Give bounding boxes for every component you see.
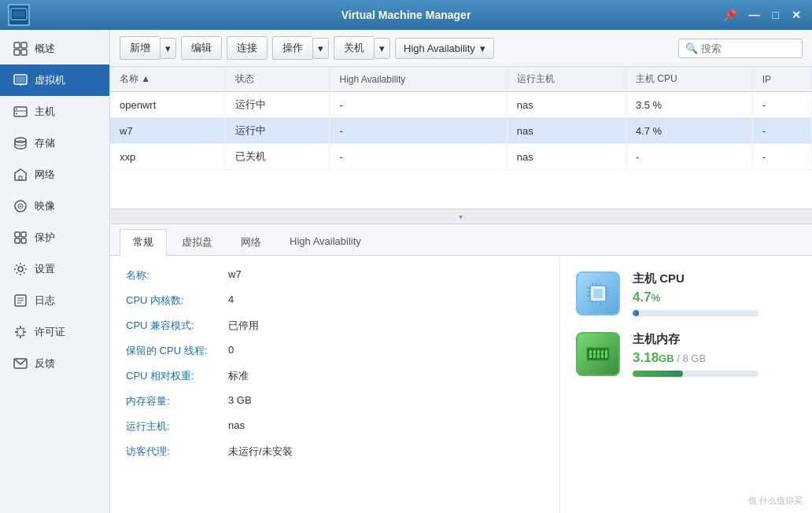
detail-label: 访客代理:: [126, 445, 228, 459]
cell-cpu: 4.7 %: [626, 118, 752, 144]
sidebar-label-image: 映像: [35, 199, 55, 213]
svg-rect-12: [16, 76, 25, 83]
cell-status: 运行中: [225, 92, 330, 118]
close-button[interactable]: ✕: [788, 7, 804, 23]
svg-point-20: [15, 141, 26, 146]
detail-row: 保留的 CPU 线程: 0: [126, 344, 544, 358]
cpu-value: 4.7%: [633, 290, 796, 305]
mem-icon: [576, 332, 620, 376]
detail-row: 名称: w7: [126, 268, 544, 282]
sidebar-item-protect[interactable]: 保护: [0, 222, 109, 253]
col-status: 状态: [225, 67, 330, 92]
cell-status: 已关机: [225, 144, 330, 170]
detail-area: 常规 虚拟盘 网络 High Availability 名称: w7 CPU 内…: [110, 224, 812, 513]
tab-network[interactable]: 网络: [227, 229, 275, 255]
app-logo: [8, 4, 30, 26]
shutdown-dropdown-button[interactable]: ▾: [374, 38, 390, 59]
cell-host: nas: [507, 92, 626, 118]
col-host: 运行主机: [507, 67, 626, 92]
sidebar-label-settings: 设置: [35, 262, 55, 276]
sidebar-label-feedback: 反馈: [35, 356, 55, 371]
feedback-icon: [13, 356, 28, 371]
table-row[interactable]: xxp 已关机 - nas - -: [110, 144, 812, 170]
detail-value: 4: [228, 293, 234, 305]
detail-row: CPU 内核数: 4: [126, 293, 544, 308]
license-icon: [13, 324, 28, 340]
vm-table: 名称 ▲ 状态 High Availability 运行主机 主机 CPU: [110, 67, 812, 170]
detail-value: w7: [228, 268, 242, 280]
shutdown-button[interactable]: 关机: [334, 36, 374, 60]
sidebar-item-image[interactable]: 映像: [0, 190, 109, 222]
mem-progress-fill: [633, 371, 683, 377]
svg-rect-25: [15, 232, 20, 237]
detail-label: CPU 兼容模式:: [126, 319, 228, 333]
sidebar-item-host[interactable]: 主机: [0, 96, 109, 127]
splitter[interactable]: ▾: [110, 209, 812, 224]
mem-title: 主机内存: [633, 332, 796, 347]
sidebar-item-license[interactable]: 许可证: [0, 316, 109, 348]
sidebar: 概述 虚拟机 主机: [0, 30, 110, 513]
search-input[interactable]: [701, 42, 795, 54]
detail-label: CPU 相对权重:: [126, 369, 228, 383]
detail-row: 访客代理: 未运行/未安装: [126, 445, 544, 459]
sidebar-item-overview[interactable]: 概述: [0, 33, 109, 65]
cpu-resource-info: 主机 CPU 4.7%: [633, 271, 796, 316]
cpu-progress-fill: [633, 310, 639, 316]
sidebar-label-log: 日志: [35, 293, 55, 308]
titlebar: Virtual Machine Manager 📌 — □ ✕: [0, 0, 812, 30]
detail-label: 名称:: [126, 268, 228, 282]
ha-button[interactable]: High Availability ▾: [395, 38, 494, 59]
sidebar-label-overview: 概述: [35, 42, 55, 56]
add-button[interactable]: 新增: [120, 36, 160, 60]
connect-button[interactable]: 连接: [227, 36, 268, 60]
svg-point-17: [16, 109, 17, 110]
pin-button[interactable]: 📌: [720, 7, 740, 23]
tab-ha[interactable]: High Availability: [276, 229, 375, 255]
sidebar-item-storage[interactable]: 存储: [0, 127, 109, 159]
sidebar-item-network[interactable]: 网络: [0, 159, 109, 190]
sidebar-label-protect: 保护: [35, 231, 55, 245]
app-title: Virtual Machine Manager: [341, 9, 471, 21]
add-dropdown-button[interactable]: ▾: [160, 38, 176, 59]
table-row[interactable]: openwrt 运行中 - nas 3.5 % -: [110, 92, 812, 118]
tab-general[interactable]: 常规: [120, 229, 167, 256]
chevron-down-icon: ▾: [165, 42, 171, 54]
svg-rect-36: [593, 289, 603, 298]
detail-value: 未运行/未安装: [228, 445, 293, 459]
cpu-icon: [576, 271, 620, 316]
detail-value: nas: [228, 419, 245, 431]
detail-row: CPU 相对权重: 标准: [126, 369, 544, 383]
watermark: 值 什么值得买: [748, 495, 803, 507]
svg-rect-55: [587, 360, 590, 361]
sidebar-item-log[interactable]: 日志: [0, 285, 109, 316]
storage-icon: [13, 135, 28, 151]
sidebar-label-vm: 虚拟机: [35, 73, 65, 87]
cell-ha: -: [330, 118, 507, 144]
tab-disk[interactable]: 虚拟盘: [168, 229, 226, 255]
mem-value: 3.18GB / 8 GB: [633, 350, 796, 366]
edit-button[interactable]: 编辑: [181, 36, 222, 60]
detail-tabs: 常规 虚拟盘 网络 High Availability: [110, 224, 812, 256]
sidebar-item-vm[interactable]: 虚拟机: [0, 65, 109, 96]
col-ha: High Availability: [330, 67, 507, 92]
overview-icon: [13, 41, 28, 57]
table-row[interactable]: w7 运行中 - nas 4.7 % -: [110, 118, 812, 144]
splitter-dots: ▾: [459, 212, 464, 221]
cell-ip: -: [752, 118, 811, 144]
cell-name: openwrt: [110, 92, 225, 118]
sidebar-item-settings[interactable]: 设置: [0, 253, 109, 285]
action-dropdown-button[interactable]: ▾: [312, 38, 329, 59]
detail-label: 运行主机:: [126, 419, 228, 434]
detail-row: 内存容量: 3 GB: [126, 394, 544, 408]
ha-label: High Availability: [404, 42, 475, 54]
svg-rect-57: [587, 347, 590, 349]
sidebar-item-feedback[interactable]: 反馈: [0, 348, 109, 379]
minimize-button[interactable]: —: [746, 7, 763, 23]
detail-value: 已停用: [228, 319, 259, 333]
action-button[interactable]: 操作: [272, 36, 312, 60]
maximize-button[interactable]: □: [770, 7, 782, 23]
content-area: 新增 ▾ 编辑 连接 操作 ▾ 关机 ▾ High Availability: [110, 30, 812, 513]
host-icon: [13, 104, 28, 120]
log-icon: [13, 293, 28, 308]
toolbar: 新增 ▾ 编辑 连接 操作 ▾ 关机 ▾ High Availability: [110, 30, 812, 67]
